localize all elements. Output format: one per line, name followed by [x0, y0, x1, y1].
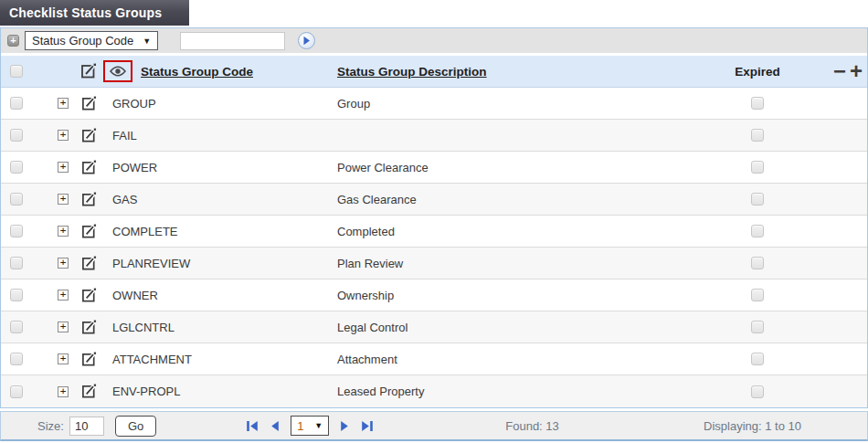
status-group-code-cell: FAIL	[103, 129, 337, 142]
row-select-checkbox[interactable]	[10, 161, 23, 174]
dropdown-caret-icon: ▼	[143, 37, 151, 46]
run-search-icon	[302, 36, 311, 46]
row-select-checkbox[interactable]	[10, 129, 23, 142]
table-row: + OWNER Ownership	[1, 280, 867, 311]
expand-row-icon[interactable]: +	[58, 322, 69, 332]
row-select-checkbox[interactable]	[10, 257, 23, 269]
filter-field-select[interactable]: Status Group Code ▼	[25, 31, 158, 50]
expired-checkbox[interactable]	[751, 225, 764, 237]
expand-row-icon[interactable]: +	[58, 386, 69, 397]
go-button[interactable]: Go	[115, 416, 156, 437]
expand-row-icon[interactable]: +	[58, 258, 69, 269]
add-filter-icon[interactable]: +	[7, 35, 19, 47]
table-row: + COMPLETE Completed	[1, 216, 867, 248]
filter-field-selected: Status Group Code	[32, 34, 133, 47]
run-search-button[interactable]	[298, 32, 315, 49]
edit-icon[interactable]	[80, 63, 97, 79]
status-group-code-cell: OWNER	[103, 289, 337, 302]
row-select-checkbox[interactable]	[10, 289, 23, 301]
select-all-checkbox[interactable]	[10, 65, 23, 78]
previous-page-icon[interactable]	[270, 420, 280, 432]
status-group-code-cell: ENV-PROPL	[103, 385, 337, 398]
next-page-icon[interactable]	[340, 420, 350, 432]
table-body: + GROUP Group +	[1, 88, 867, 407]
status-group-code-cell: ATTACHMENT	[103, 353, 337, 366]
expired-checkbox[interactable]	[751, 193, 764, 206]
edit-icon[interactable]	[81, 160, 97, 175]
expired-checkbox[interactable]	[751, 321, 764, 333]
displaying-range: Displaying: 1 to 10	[704, 419, 801, 433]
edit-icon[interactable]	[81, 224, 97, 239]
filter-bar: + Status Group Code ▼	[1, 28, 867, 53]
status-group-description-cell: Legal Control	[337, 321, 693, 334]
table-row: + PLANREVIEW Plan Review	[1, 248, 867, 280]
status-group-description-cell: Ownership	[337, 289, 693, 302]
first-page-icon[interactable]	[246, 420, 259, 432]
status-group-description-cell: Plan Review	[337, 257, 693, 270]
expired-checkbox[interactable]	[751, 97, 764, 110]
expand-row-icon[interactable]: +	[58, 98, 69, 109]
page-select-caret-icon: ▼	[314, 421, 323, 430]
expired-checkbox[interactable]	[751, 385, 764, 398]
expired-checkbox[interactable]	[751, 289, 764, 301]
page-title: Checklist Status Groups	[0, 0, 189, 26]
row-select-checkbox[interactable]	[10, 321, 23, 333]
row-select-checkbox[interactable]	[10, 193, 23, 206]
status-group-code-cell: POWER	[103, 161, 337, 174]
pager: 1 ▼	[240, 416, 379, 436]
row-select-checkbox[interactable]	[10, 97, 23, 110]
edit-icon[interactable]	[81, 192, 97, 207]
row-select-checkbox[interactable]	[10, 225, 23, 237]
status-group-code-cell: GAS	[103, 193, 337, 206]
row-select-checkbox[interactable]	[10, 385, 23, 398]
expand-row-icon[interactable]: +	[58, 162, 69, 173]
status-group-description-cell: Leased Property	[337, 385, 693, 398]
search-input[interactable]	[180, 32, 285, 50]
edit-icon[interactable]	[81, 288, 97, 303]
found-count: Found: 13	[505, 419, 559, 433]
edit-icon[interactable]	[81, 320, 97, 335]
column-header-expired: Expired	[735, 65, 780, 79]
expand-row-icon[interactable]: +	[58, 290, 69, 301]
status-group-description-cell: Completed	[337, 225, 693, 238]
status-group-code-cell: PLANREVIEW	[103, 257, 337, 270]
expired-checkbox[interactable]	[751, 353, 764, 365]
eye-highlight-box[interactable]	[103, 60, 132, 82]
expand-row-icon[interactable]: +	[58, 194, 69, 205]
status-group-description-cell: Attachment	[337, 353, 693, 366]
table-row: + LGLCNTRL Legal Control	[1, 311, 867, 343]
status-group-code-cell: COMPLETE	[103, 225, 337, 238]
status-group-description-cell: Gas Clearance	[337, 193, 693, 206]
table-row: + ENV-PROPL Leased Property	[1, 375, 867, 407]
expired-checkbox[interactable]	[751, 257, 764, 269]
eye-icon	[110, 66, 126, 77]
table-row: + FAIL	[1, 120, 867, 152]
status-group-description-cell: Power Clearance	[337, 161, 693, 174]
expand-row-icon[interactable]: +	[58, 353, 69, 364]
column-header-status-group-code[interactable]: Status Group Code	[141, 65, 253, 79]
last-page-icon[interactable]	[361, 420, 374, 432]
edit-icon[interactable]	[81, 352, 97, 367]
pagination-footer: Size: Go 1 ▼	[0, 411, 868, 441]
page-size-label: Size:	[37, 419, 64, 433]
edit-icon[interactable]	[81, 128, 97, 143]
edit-icon[interactable]	[81, 384, 97, 399]
edit-icon[interactable]	[81, 96, 97, 111]
edit-icon[interactable]	[81, 256, 97, 271]
table-header-row: Status Group Code Status Group Descripti…	[1, 56, 867, 88]
page-number-select[interactable]: 1 ▼	[291, 416, 329, 436]
table-row: + GAS Gas Clearance	[1, 184, 867, 216]
expired-checkbox[interactable]	[751, 129, 764, 142]
remove-column-icon[interactable]: −	[833, 62, 846, 80]
table-row: + POWER Power Clearance	[1, 152, 867, 184]
expired-checkbox[interactable]	[751, 161, 764, 174]
add-column-icon[interactable]: +	[850, 62, 863, 80]
column-header-status-group-description[interactable]: Status Group Description	[337, 65, 487, 79]
expand-row-icon[interactable]: +	[58, 130, 69, 141]
page-size-input[interactable]	[69, 417, 104, 436]
table-row: + GROUP Group	[1, 88, 867, 120]
data-panel: + Status Group Code ▼	[0, 27, 868, 408]
row-select-checkbox[interactable]	[10, 353, 23, 365]
status-group-description-cell: Group	[337, 97, 693, 111]
expand-row-icon[interactable]: +	[58, 226, 69, 237]
